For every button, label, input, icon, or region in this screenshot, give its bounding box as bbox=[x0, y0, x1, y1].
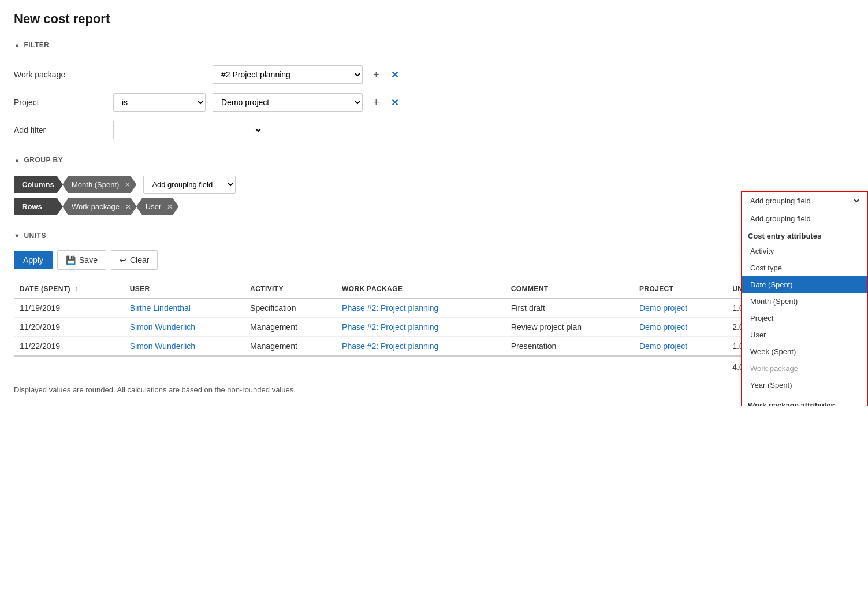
save-button[interactable]: 💾 Save bbox=[57, 250, 106, 270]
row-tag-work-package-close[interactable]: ✕ bbox=[125, 203, 131, 211]
filter-work-package-value: #2 Project planning bbox=[213, 65, 363, 84]
dropdown-item-cost-type[interactable]: Cost type bbox=[742, 259, 867, 276]
filter-project-actions: + ✕ bbox=[370, 95, 402, 110]
cell-user-2: Simon Wunderlich bbox=[124, 337, 244, 357]
dropdown-add-grouping-item[interactable]: Add grouping field bbox=[742, 210, 867, 227]
col-header-activity[interactable]: Activity bbox=[244, 280, 336, 298]
project-link-0[interactable]: Demo project bbox=[639, 303, 687, 313]
cell-project-0: Demo project bbox=[634, 298, 727, 318]
units-section-header[interactable]: ▼ UNITS bbox=[14, 227, 854, 244]
rows-label: Rows bbox=[14, 198, 63, 215]
page-title: New cost report bbox=[14, 12, 854, 27]
cell-date-2: 11/22/2019 bbox=[14, 337, 124, 357]
units-actions: Apply 💾 Save ↩ Clear bbox=[14, 244, 854, 276]
project-link-2[interactable]: Demo project bbox=[639, 342, 687, 351]
cell-wp-0: Phase #2: Project planning bbox=[336, 298, 505, 318]
wp-link-0[interactable]: Phase #2: Project planning bbox=[342, 303, 438, 313]
table-header-row: Date (Spent) ↑ User Activity Work Packag… bbox=[14, 280, 854, 298]
col-header-comment[interactable]: Comment bbox=[505, 280, 634, 298]
units-section-label: UNITS bbox=[24, 232, 46, 240]
filter-work-package-label: Work package bbox=[14, 70, 106, 79]
wp-link-2[interactable]: Phase #2: Project planning bbox=[342, 342, 438, 351]
add-filter-select[interactable] bbox=[113, 121, 263, 139]
user-link-0[interactable]: Birthe Lindenthal bbox=[130, 303, 191, 313]
dropdown-item-date-spent[interactable]: Date (Spent) bbox=[742, 276, 867, 293]
cell-comment-0: First draft bbox=[505, 298, 634, 318]
filter-row-work-package: Work package #2 Project planning + ✕ bbox=[14, 61, 854, 88]
units-chevron-icon: ▼ bbox=[14, 232, 20, 239]
cell-comment-1: Review project plan bbox=[505, 318, 634, 337]
totals-empty-1 bbox=[124, 356, 244, 376]
col-header-work-package[interactable]: Work Package bbox=[336, 280, 505, 298]
row-tag-user[interactable]: User ✕ bbox=[136, 198, 178, 215]
filter-section: Work package #2 Project planning + ✕ Pro… bbox=[14, 54, 854, 151]
table-row: 11/20/2019 Simon Wunderlich Management P… bbox=[14, 318, 854, 337]
filter-work-package-remove[interactable]: ✕ bbox=[388, 68, 402, 81]
filter-project-add[interactable]: + bbox=[370, 95, 383, 110]
group-by-section-header[interactable]: ▲ GROUP BY bbox=[14, 151, 854, 169]
dropdown-item-activity[interactable]: Activity bbox=[742, 243, 867, 259]
group-by-rows-row: Rows Work package ✕ User ✕ bbox=[14, 198, 854, 215]
cell-comment-2: Presentation bbox=[505, 337, 634, 357]
rows-tags: Work package ✕ User ✕ bbox=[63, 198, 178, 215]
cost-report-table: Date (Spent) ↑ User Activity Work Packag… bbox=[14, 280, 854, 376]
cell-wp-1: Phase #2: Project planning bbox=[336, 318, 505, 337]
add-filter-row: Add filter bbox=[14, 116, 854, 144]
dropdown-item-month-spent[interactable]: Month (Spent) bbox=[742, 293, 867, 310]
save-icon: 💾 bbox=[66, 255, 76, 265]
totals-empty-0 bbox=[14, 356, 124, 376]
dropdown-item-year-spent[interactable]: Year (Spent) bbox=[742, 377, 867, 394]
filter-project-remove[interactable]: ✕ bbox=[388, 96, 402, 109]
clear-button[interactable]: ↩ Clear bbox=[111, 250, 158, 270]
filter-section-label: FILTER bbox=[24, 41, 49, 49]
table-wrapper: Date (Spent) ↑ User Activity Work Packag… bbox=[14, 276, 854, 376]
row-tag-work-package-label: Work package bbox=[72, 202, 120, 211]
filter-work-package-select[interactable]: #2 Project planning bbox=[213, 65, 363, 84]
cell-date-0: 11/19/2019 bbox=[14, 298, 124, 318]
filter-work-package-add[interactable]: + bbox=[370, 68, 383, 82]
dropdown-item-project[interactable]: Project bbox=[742, 310, 867, 326]
col-header-user[interactable]: User bbox=[124, 280, 244, 298]
filter-work-package-actions: + ✕ bbox=[370, 68, 402, 82]
filter-project-value-select[interactable]: Demo project bbox=[213, 93, 363, 112]
cell-wp-2: Phase #2: Project planning bbox=[336, 337, 505, 357]
grouping-dropdown-panel: Add grouping field Add grouping field Co… bbox=[741, 191, 868, 406]
col-header-project[interactable]: Project bbox=[634, 280, 727, 298]
cell-activity-2: Management bbox=[244, 337, 336, 357]
user-link-2[interactable]: Simon Wunderlich bbox=[130, 342, 195, 351]
cell-project-1: Demo project bbox=[634, 318, 727, 337]
project-link-1[interactable]: Demo project bbox=[639, 322, 687, 332]
totals-empty-5 bbox=[634, 356, 727, 376]
clear-label: Clear bbox=[130, 255, 149, 265]
cell-user-0: Birthe Lindenthal bbox=[124, 298, 244, 318]
column-tag-month-spent-close[interactable]: ✕ bbox=[125, 181, 131, 189]
column-tag-month-spent[interactable]: Month (Spent) ✕ bbox=[62, 176, 136, 193]
row-tag-user-close[interactable]: ✕ bbox=[167, 203, 173, 211]
save-label: Save bbox=[79, 255, 98, 265]
cell-date-1: 11/20/2019 bbox=[14, 318, 124, 337]
dropdown-item-week-spent[interactable]: Week (Spent) bbox=[742, 343, 867, 360]
table-row: 11/22/2019 Simon Wunderlich Management P… bbox=[14, 337, 854, 357]
user-link-1[interactable]: Simon Wunderlich bbox=[130, 322, 195, 332]
dropdown-item-user[interactable]: User bbox=[742, 326, 867, 343]
row-tag-user-label: User bbox=[146, 202, 161, 211]
row-tag-work-package[interactable]: Work package ✕ bbox=[62, 198, 137, 215]
apply-button[interactable]: Apply bbox=[14, 251, 53, 269]
sort-date-icon: ↑ bbox=[75, 285, 79, 293]
cell-activity-0: Specification bbox=[244, 298, 336, 318]
dropdown-panel-header: Add grouping field bbox=[742, 192, 867, 210]
dropdown-divider bbox=[742, 395, 867, 395]
filter-project-operator-select[interactable]: is bbox=[113, 93, 206, 112]
group-by-columns-row: Columns Month (Spent) ✕ Add grouping fie… bbox=[14, 176, 854, 194]
col-header-date[interactable]: Date (Spent) ↑ bbox=[14, 280, 124, 298]
clear-icon: ↩ bbox=[120, 255, 126, 265]
add-column-grouping-select[interactable]: Add grouping field bbox=[143, 176, 236, 194]
dropdown-cost-entry-header: Cost entry attributes bbox=[742, 227, 867, 243]
totals-empty-2 bbox=[244, 356, 336, 376]
add-filter-select-wrapper bbox=[113, 121, 263, 139]
cell-activity-1: Management bbox=[244, 318, 336, 337]
filter-section-header[interactable]: ▲ FILTER bbox=[14, 36, 854, 54]
footnote: Displayed values are rounded. All calcul… bbox=[14, 385, 854, 394]
dropdown-header-select[interactable]: Add grouping field bbox=[748, 196, 861, 206]
wp-link-1[interactable]: Phase #2: Project planning bbox=[342, 322, 438, 332]
